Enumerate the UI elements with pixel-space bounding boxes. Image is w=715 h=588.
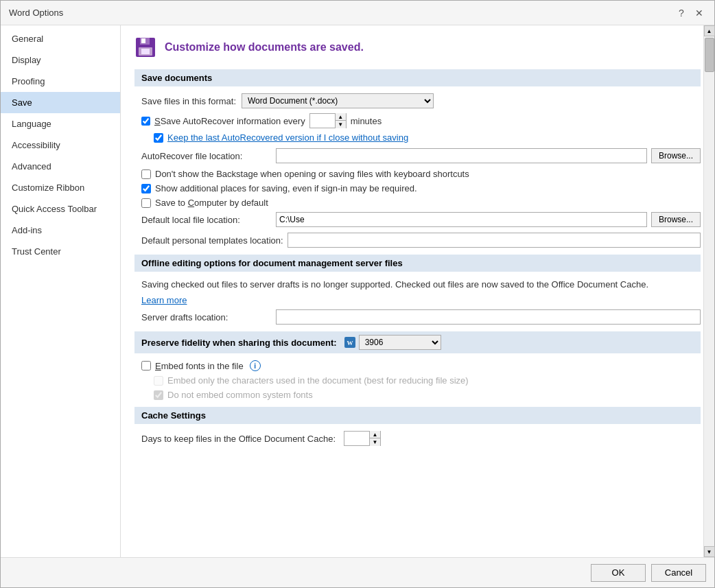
title-bar-controls: ? ✕ (675, 6, 706, 20)
sidebar: General Display Proofing Save Language A… (1, 25, 121, 557)
autorecover-row: SSave AutoRecover information every 5 ▲ … (141, 113, 701, 128)
autorecover-location-input[interactable]: C:\Users\Bhilave\AppData\Local\Packages\… (276, 148, 647, 163)
sidebar-item-customize-ribbon[interactable]: Customize Ribbon (1, 177, 120, 198)
backstage-checkbox[interactable] (141, 169, 151, 179)
days-spinner-up[interactable]: ▲ (369, 431, 380, 438)
minutes-suffix: minutes (351, 116, 382, 126)
autorecover-label: SSave AutoRecover information every (154, 116, 305, 126)
embed-fonts-info-icon[interactable]: i (250, 360, 261, 371)
days-spinner: 14 ▲ ▼ (344, 431, 381, 446)
default-local-label: Default local file location: (141, 215, 272, 225)
days-keep-row: Days to keep files in the Office Documen… (141, 431, 701, 446)
days-spinner-down[interactable]: ▼ (369, 438, 380, 446)
sidebar-item-add-ins[interactable]: Add-ins (1, 220, 120, 241)
help-button[interactable]: ? (675, 6, 688, 20)
autorecover-browse-button[interactable]: Browse... (651, 148, 701, 163)
save-documents-section-header: Save documents (134, 69, 701, 86)
no-common-label: Do not embed common system fonts (167, 390, 313, 400)
sidebar-item-quick-access-toolbar[interactable]: Quick Access Toolbar (1, 198, 120, 220)
server-drafts-label: Server drafts location: (141, 312, 272, 322)
no-common-row: Do not embed common system fonts (154, 390, 701, 400)
save-computer-row: Save to Computer by default (141, 198, 701, 208)
minutes-spinner: 5 ▲ ▼ (309, 113, 347, 128)
keep-last-row: Keep the last AutoRecovered version if I… (154, 132, 701, 143)
default-personal-input[interactable] (288, 233, 701, 248)
days-input[interactable]: 14 (344, 432, 369, 445)
format-select[interactable]: Word Document (*.docx) (242, 93, 434, 108)
offline-description: Saving checked out files to server draft… (141, 279, 701, 305)
preserve-fidelity-section-header: Preserve fidelity when sharing this docu… (134, 331, 701, 353)
preserve-doc-selector: W 3906 (344, 335, 441, 350)
ok-button[interactable]: OK (591, 564, 646, 582)
scrollbar-thumb[interactable] (705, 38, 714, 72)
keep-last-checkbox[interactable] (154, 133, 163, 143)
scrollbar-down-arrow[interactable]: ▼ (704, 546, 715, 557)
scrollbar: ▲ ▼ (703, 25, 714, 557)
no-common-checkbox[interactable] (154, 390, 163, 400)
spinner-down[interactable]: ▼ (335, 121, 346, 128)
preserve-doc-select[interactable]: 3906 (359, 335, 441, 350)
save-computer-checkbox[interactable] (141, 198, 151, 208)
cache-settings-section-header: Cache Settings (134, 407, 701, 424)
word-options-dialog: Word Options ? ✕ General Display Proofin… (0, 0, 715, 588)
backstage-label: Don't show the Backstage when opening or… (155, 169, 469, 179)
scrollbar-up-arrow[interactable]: ▲ (704, 25, 715, 36)
svg-rect-4 (141, 49, 150, 54)
sidebar-item-proofing[interactable]: Proofing (1, 71, 120, 92)
embed-only-label: Embed only the characters used in the do… (167, 375, 469, 386)
sidebar-item-save[interactable]: Save (1, 92, 120, 113)
content-area: Customize how documents are saved. Save … (121, 25, 714, 557)
sidebar-item-display[interactable]: Display (1, 49, 120, 71)
autorecover-checkbox[interactable] (141, 117, 150, 126)
dialog-title: Word Options (9, 8, 63, 18)
days-spinner-buttons: ▲ ▼ (369, 431, 380, 446)
offline-editing-section-header: Offline editing options for document man… (134, 255, 701, 272)
spinner-buttons: ▲ ▼ (335, 113, 346, 128)
save-computer-label: Save to Computer by default (155, 198, 268, 208)
embed-fonts-label: Embed fonts in the file (155, 361, 244, 371)
svg-text:W: W (347, 340, 353, 346)
dialog-body: General Display Proofing Save Language A… (1, 25, 714, 557)
backstage-row: Don't show the Backstage when opening or… (141, 169, 701, 179)
keep-last-label: Keep the last AutoRecovered version if I… (167, 132, 408, 143)
show-additional-checkbox[interactable] (141, 184, 151, 193)
format-row: Save files in this format: Word Document… (141, 93, 701, 108)
embed-only-row: Embed only the characters used in the do… (154, 375, 701, 386)
sidebar-item-language[interactable]: Language (1, 113, 120, 134)
title-bar: Word Options ? ✕ (1, 1, 714, 25)
sidebar-item-general[interactable]: General (1, 28, 120, 49)
content-title: Customize how documents are saved. (165, 41, 364, 54)
word-doc-icon: W (344, 336, 356, 349)
show-additional-row: Show additional places for saving, even … (141, 183, 701, 193)
sidebar-item-accessibility[interactable]: Accessibility (1, 134, 120, 156)
save-floppy-icon (134, 36, 156, 58)
default-personal-row: Default personal templates location: (141, 233, 701, 248)
title-bar-title: Word Options (9, 8, 63, 18)
main-content: Customize how documents are saved. Save … (121, 25, 714, 557)
cancel-button[interactable]: Cancel (651, 564, 706, 582)
embed-fonts-row: Embed fonts in the file i (141, 360, 701, 371)
minutes-input[interactable]: 5 (310, 114, 335, 128)
learn-more-link[interactable]: Learn more (141, 295, 187, 305)
default-local-browse-button[interactable]: Browse... (651, 212, 701, 227)
server-drafts-row: Server drafts location: C:\Users\Bhilave… (141, 309, 701, 325)
sidebar-item-advanced[interactable]: Advanced (1, 156, 120, 177)
sidebar-item-trust-center[interactable]: Trust Center (1, 241, 120, 262)
embed-only-checkbox[interactable] (154, 376, 163, 386)
dialog-footer: OK Cancel (1, 557, 714, 587)
spinner-up[interactable]: ▲ (335, 113, 346, 121)
show-additional-label: Show additional places for saving, even … (155, 183, 417, 193)
content-header: Customize how documents are saved. (134, 36, 701, 58)
embed-fonts-checkbox[interactable] (141, 361, 151, 371)
offline-desc-text: Saving checked out files to server draft… (141, 279, 701, 291)
default-local-row: Default local file location: Browse... (141, 212, 701, 227)
default-local-input[interactable] (276, 212, 647, 227)
close-button[interactable]: ✕ (692, 6, 706, 20)
autorecover-location-row: AutoRecover file location: C:\Users\Bhil… (141, 148, 701, 163)
autorecover-location-label: AutoRecover file location: (141, 151, 272, 161)
server-drafts-input[interactable]: C:\Users\Bhilave\Documents\SharePoint Dr… (276, 309, 701, 325)
days-keep-label: Days to keep files in the Office Documen… (141, 434, 336, 444)
svg-rect-2 (141, 38, 145, 43)
default-personal-label: Default personal templates location: (141, 235, 283, 246)
format-label: Save files in this format: (141, 96, 236, 106)
